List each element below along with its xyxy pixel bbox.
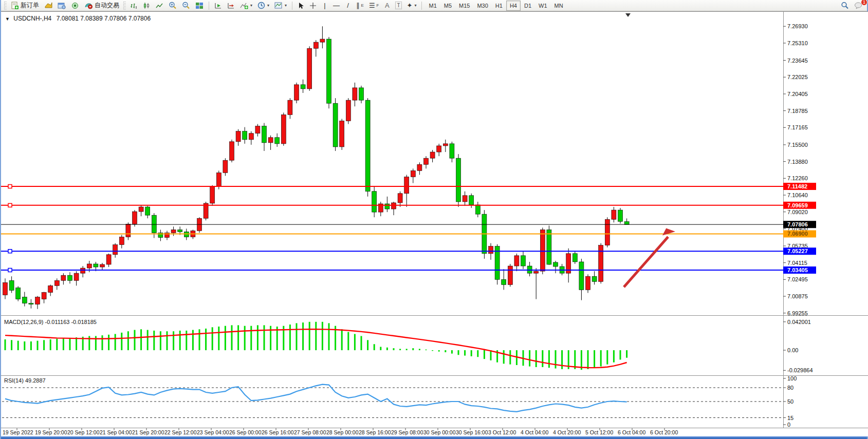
time-axis-label: 3 Oct 12:00 xyxy=(488,429,516,435)
candle xyxy=(230,140,234,162)
candle xyxy=(35,296,40,309)
templates-button[interactable]: ▾ xyxy=(272,1,289,11)
autotrading-button[interactable]: 自动交易 xyxy=(82,1,121,11)
tf-h1[interactable]: H1 xyxy=(492,1,506,11)
candle xyxy=(158,230,163,241)
hline-handle[interactable] xyxy=(8,185,12,188)
periods-caret[interactable]: ▾ xyxy=(267,3,269,8)
window-bottom-edge xyxy=(1,436,867,439)
tf-w1[interactable]: W1 xyxy=(535,1,551,11)
crosshair-tool-button[interactable] xyxy=(307,1,319,11)
tf-m1[interactable]: M1 xyxy=(425,1,440,11)
market-watch-button[interactable] xyxy=(42,1,54,11)
candle xyxy=(534,268,539,299)
navigator-icon xyxy=(71,2,79,9)
candle xyxy=(612,207,616,222)
candle xyxy=(404,175,409,207)
time-axis-label: 30 Sep 00:00 xyxy=(423,429,456,435)
fibonacci-tool-button[interactable]: ☰ F xyxy=(367,1,381,11)
candle xyxy=(301,80,305,93)
hline-handle[interactable] xyxy=(8,269,12,272)
price-tick-label: 7.09020 xyxy=(787,209,808,215)
candlestick-chart-button[interactable] xyxy=(141,1,153,11)
candle xyxy=(29,299,33,309)
tf-mn[interactable]: MN xyxy=(551,1,567,11)
cursor-icon xyxy=(298,2,304,9)
candle xyxy=(456,154,461,207)
bar-chart-button[interactable] xyxy=(128,1,140,11)
chart-shift-button[interactable] xyxy=(225,1,237,11)
cursor-tool-button[interactable] xyxy=(296,1,306,11)
tf-m30[interactable]: M30 xyxy=(473,1,491,11)
indicators-button[interactable]: ▾ xyxy=(238,1,254,11)
search-button[interactable] xyxy=(839,1,851,11)
line-chart-button[interactable] xyxy=(154,1,165,11)
horizontal-line-icon: — xyxy=(333,2,340,9)
notifications-button[interactable]: 1 xyxy=(852,1,865,11)
data-window-button[interactable] xyxy=(56,1,68,11)
zoom-in-button[interactable] xyxy=(167,1,179,11)
rsi-tick-label: 100 xyxy=(787,375,797,381)
trend-arrow-shaft[interactable] xyxy=(624,237,668,287)
price-tick-label: 7.15500 xyxy=(787,142,808,148)
horizontal-line-tool-button[interactable]: — xyxy=(331,1,342,11)
candle xyxy=(249,131,253,145)
arrows-caret[interactable]: ▾ xyxy=(414,3,416,8)
toolbar-grip[interactable] xyxy=(4,2,7,10)
text-tool-icon: A xyxy=(385,2,390,9)
vertical-line-tool-button[interactable]: | xyxy=(320,1,330,11)
new-order-button[interactable]: 新订单 xyxy=(9,1,41,11)
price-badge-label: 7.07806 xyxy=(787,221,808,227)
candle xyxy=(16,286,21,301)
symbol-dropdown-arrow[interactable]: ▼ xyxy=(5,16,10,22)
channel-icon: ∥ xyxy=(356,2,360,9)
trendline-tool-button[interactable]: / xyxy=(343,1,353,11)
candle xyxy=(424,156,429,168)
candle xyxy=(624,218,629,224)
time-axis-label: 21 Sep 04:00 xyxy=(100,429,132,435)
candle xyxy=(22,292,27,306)
candle xyxy=(100,263,105,270)
text-tool-button[interactable]: A xyxy=(382,1,392,11)
chart-title: ▼ USDCNH-,H4 7.08081 7.08389 7.07806 7.0… xyxy=(5,15,151,22)
candle xyxy=(378,202,383,216)
candle xyxy=(553,261,558,273)
auto-scroll-button[interactable] xyxy=(212,1,224,11)
price-tick-label: 7.18785 xyxy=(787,108,808,114)
crosshair-icon xyxy=(309,2,317,9)
tf-m15[interactable]: M15 xyxy=(455,1,473,11)
chart-shift-marker[interactable] xyxy=(625,13,631,17)
navigator-button[interactable] xyxy=(69,1,81,11)
price-tick-label: 7.10640 xyxy=(787,192,808,198)
tile-windows-icon xyxy=(195,2,204,9)
candle xyxy=(463,192,467,206)
periods-button[interactable]: ▾ xyxy=(255,1,271,11)
tf-h4[interactable]: H4 xyxy=(506,1,521,11)
candle xyxy=(3,278,8,299)
time-axis-label: 20 Sep 12:00 xyxy=(67,429,100,435)
candle xyxy=(74,271,79,285)
candlestick-chart-icon xyxy=(143,2,151,9)
channel-tool-button[interactable]: ∥ E xyxy=(354,1,366,11)
tile-windows-button[interactable] xyxy=(193,1,206,11)
zoom-out-button[interactable] xyxy=(180,1,192,11)
arrows-tool-button[interactable]: ✦ ▾ xyxy=(405,1,419,11)
hline-handle[interactable] xyxy=(8,250,12,253)
tf-m5[interactable]: M5 xyxy=(440,1,455,11)
candle xyxy=(353,83,357,106)
candle xyxy=(365,98,370,197)
templates-caret[interactable]: ▾ xyxy=(285,3,287,8)
candle xyxy=(333,98,338,151)
macd-tick-label: -0.029864 xyxy=(787,367,813,373)
indicators-caret[interactable]: ▾ xyxy=(250,3,252,8)
tf-d1[interactable]: D1 xyxy=(521,1,535,11)
text-label-tool-button[interactable]: T xyxy=(393,1,403,11)
hline-handle[interactable] xyxy=(8,203,12,207)
candle xyxy=(197,217,202,233)
candle xyxy=(268,136,273,150)
candle xyxy=(191,230,195,239)
clock-icon xyxy=(257,2,265,9)
toolbar-grip[interactable] xyxy=(123,2,126,10)
candle xyxy=(68,272,72,283)
rsi-tick-label: 50 xyxy=(787,398,793,405)
